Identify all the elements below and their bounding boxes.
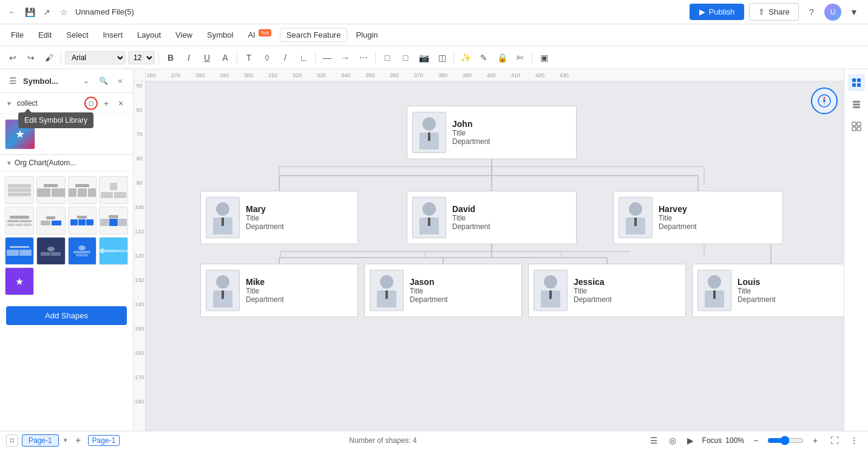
bold-button[interactable]: B [163, 50, 178, 66]
zoom-in-button[interactable]: + [807, 433, 823, 448]
node-mike[interactable]: Mike Title Department [200, 264, 358, 317]
connector-button[interactable]: ∟ [296, 50, 311, 66]
add-page-button[interactable]: + [72, 434, 84, 447]
cut-button[interactable]: ✄ [512, 50, 528, 66]
ruler-mark: 420 [534, 72, 558, 78]
sidebar-expand-icon[interactable]: ⌄ [80, 74, 93, 87]
play-icon-bottom[interactable]: ▶ [683, 433, 699, 448]
right-panel-layers-button[interactable] [848, 96, 865, 113]
user-menu-chevron[interactable]: ▼ [846, 4, 862, 20]
menu-select[interactable]: Select [60, 28, 94, 42]
edit-symbol-button[interactable]: □ [84, 97, 98, 110]
menu-file[interactable]: File [5, 28, 30, 42]
sparkle-button[interactable]: ✨ [458, 50, 473, 66]
thumb-2[interactable] [36, 176, 66, 204]
thumb-4[interactable] [99, 176, 128, 204]
thumb-3[interactable] [68, 176, 97, 204]
ai-hot-badge: hot [259, 29, 271, 36]
text-button[interactable]: T [241, 50, 257, 66]
format-paint-button[interactable]: 🖌 [41, 50, 57, 66]
node-john[interactable]: John Title Department [407, 106, 577, 159]
right-panel-grid-button[interactable] [848, 118, 865, 135]
add-collect-button[interactable]: + [100, 97, 112, 109]
menu-edit[interactable]: Edit [32, 28, 58, 42]
arrow-button[interactable]: → [337, 50, 353, 66]
line-end-button[interactable]: — [319, 50, 335, 66]
menu-ai[interactable]: AI hot [242, 27, 277, 42]
undo-button[interactable]: ↩ [5, 50, 21, 66]
menu-layout[interactable]: Layout [131, 28, 167, 42]
ruler-mark: 260 [146, 72, 170, 78]
line-style-button[interactable]: / [277, 50, 293, 66]
node-jessica[interactable]: Jessica Title Department [528, 264, 686, 317]
lock-button[interactable]: 🔒 [494, 50, 510, 66]
dots-button[interactable]: ⋯ [356, 50, 371, 66]
share-button[interactable]: ⇧ Share [749, 3, 799, 21]
star-icon[interactable]: ☆ [57, 5, 70, 19]
thumb-10[interactable] [36, 237, 66, 265]
zoom-slider[interactable] [767, 436, 804, 445]
thumb-12[interactable] [99, 237, 128, 265]
page-view-icon[interactable]: □ [6, 434, 18, 447]
image-button[interactable]: 📷 [416, 50, 432, 66]
node-louis[interactable]: Louis Title Department [692, 264, 844, 317]
sidebar-collapse-icon[interactable]: « [114, 74, 127, 87]
save-icon[interactable]: 💾 [23, 5, 36, 19]
thumb-5[interactable] [5, 207, 34, 235]
close-collect-button[interactable]: × [115, 97, 127, 109]
menu-symbol[interactable]: Symbol [201, 28, 239, 42]
clear-format-button[interactable]: ◊ [259, 50, 275, 66]
add-shapes-button[interactable]: Add Shapes [6, 306, 127, 325]
org-chart-label: Org Chart(Autom... [15, 159, 127, 167]
node-harvey[interactable]: Harvey Title Department [613, 191, 783, 244]
collect-expand-icon[interactable]: ▼ [6, 100, 12, 107]
node-jason-name: Jason [410, 277, 448, 287]
fullscreen-button[interactable]: ▣ [536, 50, 552, 66]
zoom-out-button[interactable]: − [748, 433, 764, 448]
help-button[interactable]: ? [804, 4, 819, 20]
node-mary[interactable]: Mary Title Department [200, 191, 358, 244]
node-jason[interactable]: Jason Title Department [364, 264, 522, 317]
edit-button[interactable]: ✎ [476, 50, 492, 66]
back-button[interactable]: ← [6, 6, 18, 18]
page-tab-chevron[interactable]: ▼ [63, 437, 69, 444]
font-size-select[interactable]: 12 [128, 51, 155, 64]
underline-button[interactable]: U [199, 50, 215, 66]
right-panel-format-button[interactable] [848, 74, 865, 91]
bottom-right: ☰ ◎ ▶ Focus 100% − + ⛶ ⋮ [646, 433, 862, 448]
italic-button[interactable]: I [181, 50, 197, 66]
node-david[interactable]: David Title Department [407, 191, 577, 244]
thumb-1[interactable] [5, 176, 34, 204]
ruler-mark: 350 [364, 72, 388, 78]
search-feature-button[interactable]: Search Feature [280, 28, 348, 42]
fullscreen-bottom-button[interactable]: ⛶ [827, 433, 843, 448]
canvas-content[interactable]: John Title Department [146, 81, 844, 449]
font-family-select[interactable]: Arial [65, 51, 126, 64]
thumb-6[interactable] [36, 207, 66, 235]
page-tab-1[interactable]: Page-1 [22, 434, 59, 447]
menu-plugin[interactable]: Plugin [350, 28, 384, 42]
menu-insert[interactable]: Insert [97, 28, 129, 42]
user-avatar[interactable]: U [824, 4, 841, 21]
layers-icon-bottom[interactable]: ☰ [646, 433, 662, 448]
sidebar-menu-icon[interactable]: ☰ [6, 74, 19, 87]
compass-button[interactable] [811, 87, 838, 114]
overflow-bottom-button[interactable]: ⋮ [846, 433, 862, 448]
rounded-button[interactable]: □ [398, 50, 413, 66]
table-button[interactable]: ◫ [434, 50, 450, 66]
thumb-11[interactable] [68, 237, 97, 265]
menu-view[interactable]: View [169, 28, 198, 42]
external-link-icon[interactable]: ↗ [40, 5, 53, 19]
ruler-side-mark: 160 [134, 349, 145, 373]
sidebar-search-icon[interactable]: 🔍 [97, 74, 110, 87]
thumb-8[interactable] [99, 207, 128, 235]
focus-icon-bottom[interactable]: ◎ [665, 433, 680, 448]
shadow-button[interactable]: □ [379, 50, 395, 66]
thumb-13[interactable]: ★ [5, 267, 34, 295]
font-color-button[interactable]: A [217, 50, 233, 66]
thumb-9[interactable] [5, 237, 34, 265]
org-chart-expand-icon[interactable]: ▼ [6, 160, 12, 166]
thumb-7[interactable] [68, 207, 97, 235]
publish-button[interactable]: ▶ Publish [690, 4, 745, 20]
redo-button[interactable]: ↪ [23, 50, 39, 66]
